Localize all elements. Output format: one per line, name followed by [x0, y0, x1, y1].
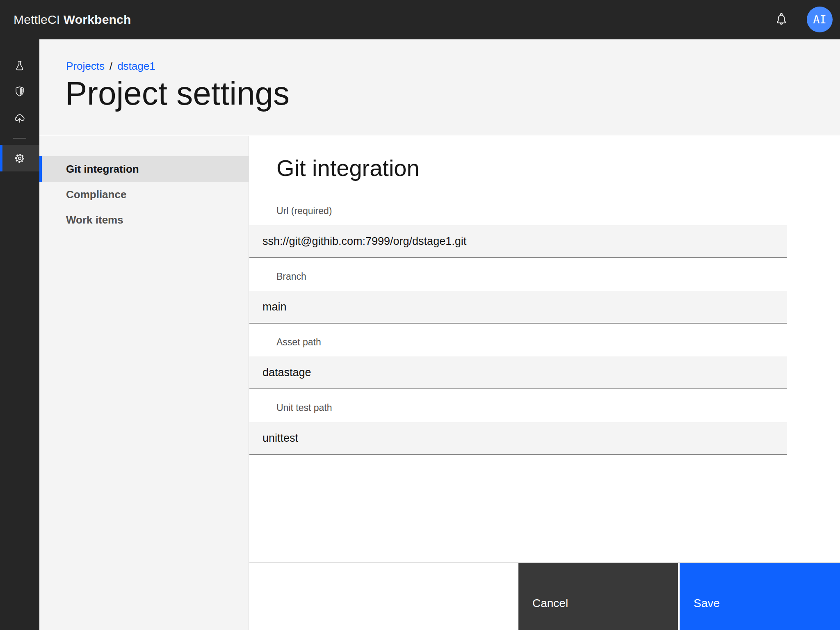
save-button[interactable]: Save [680, 563, 840, 630]
breadcrumb-project-link[interactable]: dstage1 [117, 60, 155, 72]
rail-item-deploy[interactable] [0, 105, 39, 131]
brand-home-link[interactable]: MettleCI Workbench [14, 0, 131, 39]
cancel-button[interactable]: Cancel [518, 563, 678, 630]
asset-path-input[interactable] [249, 356, 787, 388]
url-field-box [249, 225, 787, 258]
brand-prefix: MettleCI [14, 13, 60, 26]
rail-divider [13, 138, 26, 139]
rail-item-testing[interactable] [0, 52, 39, 79]
rail-item-compliance[interactable] [0, 78, 39, 105]
left-icon-rail [0, 39, 39, 630]
chemistry-flask-icon [14, 59, 26, 72]
breadcrumb: Projects/dstage1 [66, 59, 155, 73]
nav-item-git-integration[interactable]: Git integration [39, 156, 249, 182]
asset-path-field-label: Asset path [276, 336, 814, 348]
url-input[interactable] [249, 225, 787, 257]
branch-input[interactable] [249, 291, 787, 323]
main-content: Git integration Url (required) Branch As… [249, 136, 840, 630]
branch-field-box [249, 291, 787, 324]
notifications-button[interactable] [774, 11, 789, 28]
breadcrumb-projects-link[interactable]: Projects [66, 60, 105, 72]
settings-side-nav: Git integration Compliance Work items [39, 136, 249, 630]
section-heading: Git integration [276, 153, 420, 183]
unit-test-path-field-label: Unit test path [276, 402, 814, 413]
user-avatar[interactable]: AI [807, 7, 833, 32]
nav-item-work-items[interactable]: Work items [39, 207, 249, 233]
unit-test-path-input[interactable] [249, 422, 787, 454]
page-header-band: Projects/dstage1 Project settings [39, 39, 840, 135]
rail-item-settings-selected[interactable] [0, 145, 39, 171]
breadcrumb-separator: / [105, 60, 117, 72]
app-window: MettleCI Workbench AI [0, 0, 840, 630]
page-title: Project settings [65, 73, 290, 114]
branch-field-label: Branch [276, 271, 814, 282]
brand-suffix: Workbench [64, 13, 131, 26]
settings-nav-list: Git integration Compliance Work items [39, 156, 249, 233]
unit-test-path-field-box [249, 422, 787, 455]
nav-item-compliance[interactable]: Compliance [39, 182, 249, 207]
cloud-upload-icon [14, 112, 26, 124]
shield-icon [14, 85, 26, 98]
top-header-bar: MettleCI Workbench AI [0, 0, 840, 39]
bell-icon [774, 11, 789, 28]
asset-path-field-box [249, 356, 787, 389]
settings-gear-icon [16, 152, 26, 164]
url-field-label: Url (required) [276, 205, 814, 217]
